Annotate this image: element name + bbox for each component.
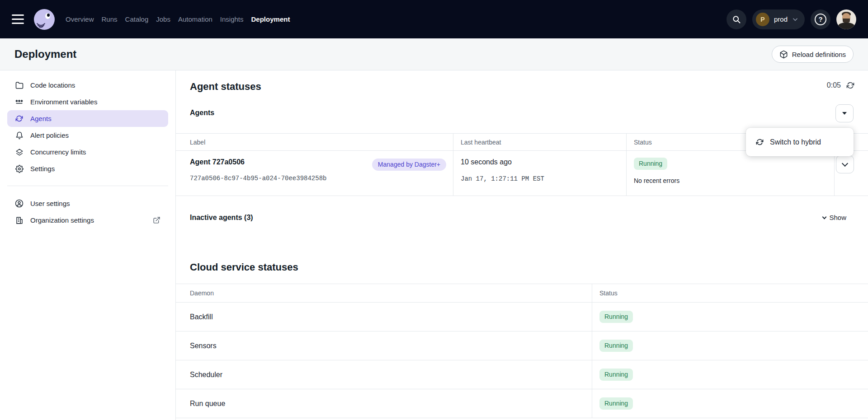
sidebar-item-label: User settings xyxy=(30,200,70,207)
reload-definitions-button[interactable]: Reload definitions xyxy=(772,46,854,63)
sidebar-item-label: Agents xyxy=(30,115,52,122)
column-header-last-heartbeat: Last heartbeat xyxy=(453,134,627,150)
menu-item-switch-to-hybrid[interactable]: Switch to hybrid xyxy=(770,138,821,146)
status-badge: Running xyxy=(599,369,633,381)
daemon-name: Sensors xyxy=(190,342,217,350)
page-title: Deployment xyxy=(14,48,76,61)
agents-subheading: Agents xyxy=(190,109,214,117)
agents-collapse-button[interactable] xyxy=(835,104,854,122)
nav-item-automation[interactable]: Automation xyxy=(178,15,212,23)
package-reload-icon xyxy=(779,50,788,59)
column-header-status: Status xyxy=(592,284,868,302)
status-badge: Running xyxy=(599,311,633,323)
nav-item-jobs[interactable]: Jobs xyxy=(156,15,170,23)
cloud-table-header: Daemon Status xyxy=(176,284,868,303)
search-icon xyxy=(732,15,741,24)
daemon-name: Run queue xyxy=(190,400,225,408)
column-header-daemon: Daemon xyxy=(176,284,592,302)
caret-down-icon xyxy=(842,112,847,115)
cloud-services-table: Daemon Status Backfill Running Sensors R… xyxy=(176,284,868,418)
help-icon: ? xyxy=(815,14,826,25)
primary-nav: Overview Runs Catalog Jobs Automation In… xyxy=(66,15,290,23)
nav-item-catalog[interactable]: Catalog xyxy=(125,15,149,23)
agent-icon xyxy=(15,114,24,123)
sidebar-item-environment-variables[interactable]: Environment variables xyxy=(7,93,168,110)
table-row: Sensors Running xyxy=(176,331,868,360)
user-avatar[interactable] xyxy=(836,9,856,29)
heartbeat-timestamp: Jan 17, 1:27:11 PM EST xyxy=(461,175,544,182)
table-row: Backfill Running xyxy=(176,303,868,331)
env-vars-icon xyxy=(15,98,24,106)
table-row: Scheduler Running xyxy=(176,360,868,389)
agent-icon xyxy=(756,138,764,146)
sidebar-item-label: Settings xyxy=(30,165,55,173)
sidebar-divider xyxy=(7,186,168,186)
sidebar-item-organization-settings[interactable]: Organization settings xyxy=(7,212,168,229)
dagster-logo-icon[interactable] xyxy=(34,9,55,30)
gear-icon xyxy=(15,164,24,173)
chevron-down-icon xyxy=(822,215,827,219)
status-badge: Running xyxy=(634,158,667,170)
layers-icon xyxy=(15,148,24,156)
agent-statuses-heading: Agent statuses xyxy=(190,81,261,93)
chevron-down-icon xyxy=(792,16,798,23)
sidebar-item-label: Alert policies xyxy=(30,131,69,139)
top-nav: Overview Runs Catalog Jobs Automation In… xyxy=(0,0,868,38)
column-header-label: Label xyxy=(176,134,453,150)
refresh-indicator[interactable]: 0:05 xyxy=(827,81,854,89)
sidebar-item-label: Environment variables xyxy=(30,98,97,106)
deployment-avatar: P xyxy=(756,13,769,26)
show-inactive-agents-link[interactable]: Show xyxy=(823,214,846,221)
nav-item-insights[interactable]: Insights xyxy=(220,15,244,23)
agent-id: 727a0506-8c97-4b95-a024-70ee3984258b xyxy=(190,175,326,182)
refresh-countdown: 0:05 xyxy=(827,81,841,89)
daemon-name: Backfill xyxy=(190,313,213,321)
sidebar-item-alert-policies[interactable]: Alert policies xyxy=(7,127,168,144)
agent-row-actions-button[interactable] xyxy=(836,155,854,173)
table-row: Agent 727a0506 727a0506-8c97-4b95-a024-7… xyxy=(176,151,868,196)
sidebar-item-label: Organization settings xyxy=(30,216,94,224)
refresh-icon xyxy=(846,81,854,89)
inactive-agents-heading: Inactive agents (3) xyxy=(190,214,253,222)
organization-icon xyxy=(15,216,24,224)
help-button[interactable]: ? xyxy=(811,9,830,29)
agent-name: Agent 727a0506 xyxy=(190,158,245,166)
sidebar-item-concurrency-limits[interactable]: Concurrency limits xyxy=(7,144,168,160)
reload-definitions-label: Reload definitions xyxy=(792,51,846,58)
sidebar-item-label: Concurrency limits xyxy=(30,148,86,156)
sidebar-item-settings[interactable]: Settings xyxy=(7,160,168,177)
show-label: Show xyxy=(829,214,846,221)
cloud-service-statuses-heading: Cloud service statuses xyxy=(190,261,298,273)
deployment-switcher[interactable]: P prod xyxy=(752,9,805,29)
sidebar-item-label: Code locations xyxy=(30,81,75,89)
menu-icon[interactable] xyxy=(12,14,24,24)
heartbeat-relative: 10 seconds ago xyxy=(461,158,512,166)
external-link-icon xyxy=(153,216,160,224)
nav-item-deployment[interactable]: Deployment xyxy=(251,15,290,23)
status-detail: No recent errors xyxy=(634,177,679,184)
nav-item-runs[interactable]: Runs xyxy=(102,15,118,23)
sidebar-item-code-locations[interactable]: Code locations xyxy=(7,77,168,93)
bell-icon xyxy=(15,131,24,140)
agent-actions-menu: Switch to hybrid xyxy=(746,128,854,156)
sidebar-item-user-settings[interactable]: User settings xyxy=(7,195,168,212)
table-row: Run queue Running xyxy=(176,389,868,418)
daemon-name: Scheduler xyxy=(190,371,222,379)
page-header: Deployment Reload definitions xyxy=(0,38,868,70)
deployment-sidebar: Code locations Environment variables xyxy=(0,70,176,420)
chevron-down-icon xyxy=(842,160,848,167)
deployment-switcher-label: prod xyxy=(774,15,788,23)
user-icon xyxy=(15,199,24,208)
sidebar-item-agents[interactable]: Agents xyxy=(7,110,168,127)
nav-item-overview[interactable]: Overview xyxy=(66,15,94,23)
search-button[interactable] xyxy=(726,9,746,29)
status-badge: Running xyxy=(599,340,633,352)
folder-icon xyxy=(15,81,24,89)
main-content: Agent statuses 0:05 Agents Label Last he… xyxy=(176,70,868,420)
managed-badge: Managed by Dagster+ xyxy=(372,159,446,171)
status-badge: Running xyxy=(599,397,633,410)
